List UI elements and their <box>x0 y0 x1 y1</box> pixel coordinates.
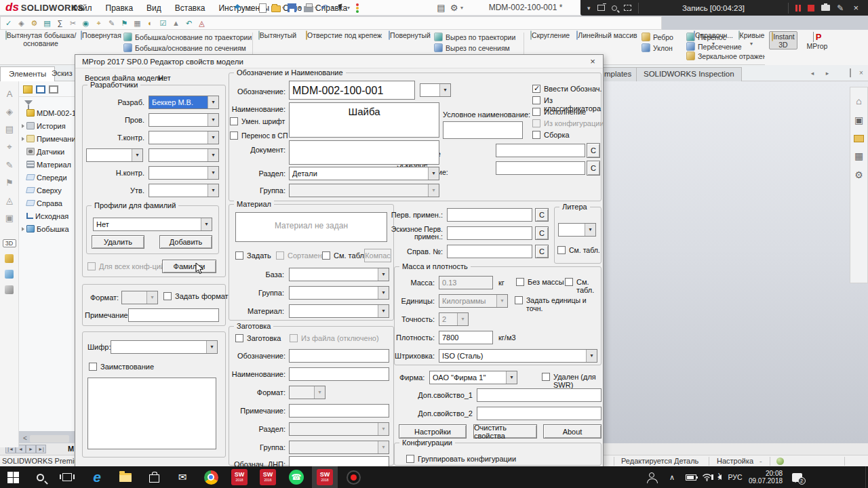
scroll-left-icon[interactable]: < <box>23 434 27 442</box>
sketch-name-input[interactable] <box>496 161 585 175</box>
toolstrip-icon[interactable]: ✂ <box>68 18 78 28</box>
menu-file[interactable]: Файл <box>65 3 99 13</box>
blank-section-select[interactable] <box>289 422 389 436</box>
sketch-designation-input[interactable] <box>496 144 585 157</box>
deleted-for-swr-checkbox[interactable]: Удален (для SWR) <box>542 373 603 389</box>
toolstrip-icon[interactable]: ↶ <box>184 18 194 28</box>
ribbon-draft[interactable]: Уклон <box>642 43 673 52</box>
tray-clock-button[interactable]: 20:08 09.07.2018 <box>745 466 787 488</box>
material-sphere-icon[interactable] <box>776 458 784 465</box>
splitter-handle[interactable] <box>30 435 69 443</box>
assortment-checkbox[interactable]: Сортамент <box>276 251 326 260</box>
ribbon-instant3d[interactable]: Instant 3D <box>769 31 797 49</box>
norm-control-select[interactable] <box>149 166 219 180</box>
name-input[interactable]: Шайба <box>289 102 439 138</box>
tray-people-button[interactable] <box>643 466 660 488</box>
tree-item-annotations[interactable]: Примечани <box>19 132 75 145</box>
ribbon-swept-cut[interactable]: Вырез по траектории <box>434 33 515 41</box>
open-icon[interactable] <box>270 3 281 14</box>
expand-arrow-icon[interactable] <box>20 123 26 129</box>
3d-markup-icon[interactable]: 3D <box>3 239 16 247</box>
material-group-select[interactable] <box>289 286 389 300</box>
document-input[interactable] <box>289 140 439 165</box>
toolstrip-icon[interactable]: ✎ <box>106 18 117 28</box>
execution-checkbox[interactable]: Исполнение <box>532 108 586 116</box>
annotation-tool-icon[interactable]: ◬ <box>0 195 19 205</box>
ribbon-extruded-cut[interactable]: Вытянутый <box>256 32 298 40</box>
print-caret-icon[interactable]: ▾ <box>315 5 317 11</box>
transfer-to-sp-checkbox[interactable]: Перенос в СП <box>230 131 288 140</box>
screen-recorder-button[interactable] <box>340 466 366 488</box>
recorder-region-icon[interactable] <box>624 5 631 11</box>
toolstrip-icon[interactable]: ▦ <box>132 18 142 28</box>
restore-window-icon[interactable] <box>845 69 856 78</box>
annotation-tool-icon[interactable]: ⌖ <box>0 142 19 152</box>
toolstrip-icon[interactable]: ▤ <box>42 18 52 28</box>
hatch-select[interactable]: ISO (Сталь) <box>439 349 597 363</box>
model-tab[interactable]: М <box>68 445 74 453</box>
tree-item-top-plane[interactable]: Сверху <box>19 184 75 197</box>
ribbon-linear-pattern[interactable]: Линейный массив <box>575 32 639 40</box>
group-configurations-checkbox[interactable]: Группировать конфигурации <box>406 455 516 463</box>
chrome-app-button[interactable] <box>198 466 224 488</box>
reference-number-c-button[interactable]: C <box>535 245 549 258</box>
ribbon-extruded-boss[interactable]: Вытянутая бобышка/основание <box>3 32 79 47</box>
all-configs-checkbox[interactable]: Для всех конф-ций <box>87 262 165 270</box>
store-app-button[interactable] <box>141 466 167 488</box>
tray-show-hidden-icons[interactable]: ∧ <box>665 466 679 488</box>
conditional-name-input[interactable] <box>443 121 523 139</box>
sigma-icon[interactable]: ∑ <box>55 18 65 28</box>
blank-note-input[interactable] <box>289 404 389 418</box>
enter-designation-checkbox[interactable]: Ввести Обознач. <box>532 85 602 93</box>
no-mass-checkbox[interactable]: Без массы <box>516 278 564 286</box>
toolstrip-icon[interactable]: ⌖ <box>94 18 104 28</box>
settings-button[interactable]: Настройки <box>399 424 467 439</box>
tree-filter-funnel-icon[interactable] <box>24 100 33 105</box>
material-select[interactable] <box>289 304 389 318</box>
annotation-tool-icon[interactable]: ◈ <box>0 106 19 117</box>
firm-select[interactable]: ОАО "Фирма 1" <box>429 371 517 384</box>
design-library-icon[interactable] <box>854 135 864 142</box>
tree-item-material[interactable]: Материал <box>19 158 75 171</box>
add-profile-button[interactable]: Добавить <box>159 235 212 249</box>
status-configuration[interactable]: Настройка <box>717 457 753 465</box>
close-window-icon[interactable]: × <box>856 69 867 78</box>
minimize-window-icon[interactable] <box>834 69 845 78</box>
borrowing-checkbox[interactable]: Заимствование <box>89 363 154 371</box>
set-format-checkbox[interactable]: Задать формат <box>163 292 229 300</box>
stop-recording-icon[interactable] <box>808 5 814 12</box>
material-base-select[interactable] <box>289 268 389 281</box>
file-explorer-button[interactable] <box>113 466 138 488</box>
borrowing-list[interactable] <box>87 378 216 449</box>
status-caret-icon[interactable]: - <box>760 457 762 465</box>
solidworks-2018-button[interactable]: SW2018 <box>226 466 252 488</box>
recorder-zoom-icon[interactable] <box>612 5 617 11</box>
density-input[interactable]: 7800 <box>439 331 493 344</box>
dialog-titlebar[interactable]: MProp 2017 SP0.0 Редактор свойств модели… <box>75 55 603 68</box>
dialog-close-icon[interactable]: × <box>587 56 599 67</box>
code-select[interactable] <box>111 340 218 354</box>
litera-select[interactable] <box>558 223 596 237</box>
recorder-window-icon[interactable] <box>597 5 605 11</box>
tray-language-button[interactable]: РУС <box>724 466 746 488</box>
mass-see-table-checkbox[interactable]: См. табл. <box>565 278 603 294</box>
toolstrip-icon[interactable]: ◈ <box>16 18 26 28</box>
solidworks-active-button[interactable]: SW2018 <box>312 466 338 488</box>
task-view-button[interactable] <box>54 466 80 488</box>
tree-item-boss-extrude[interactable]: Бобышка <box>19 222 75 235</box>
annotate-pencil-icon[interactable]: ✎ <box>837 3 844 13</box>
annotation-tool-icon[interactable]: ▤ <box>0 124 19 134</box>
from-configuration-checkbox[interactable]: Из конфигурации <box>532 119 604 127</box>
first-application-c-button[interactable]: C <box>535 208 549 222</box>
group-select[interactable] <box>289 184 439 197</box>
next-tab-icon[interactable]: ► <box>26 445 36 453</box>
ribbon-fillet[interactable]: Скругление <box>528 32 572 40</box>
tab-solidworks-inspection[interactable]: SOLIDWORKS Inspection <box>636 67 742 81</box>
blank-checkbox[interactable]: Заготовка <box>235 334 281 342</box>
show-desktop-button[interactable] <box>865 466 868 488</box>
extra-property-1-input[interactable] <box>477 388 601 402</box>
toolstrip-icon[interactable]: ◬ <box>197 18 207 28</box>
about-button[interactable]: About <box>543 424 601 439</box>
tree-item-history[interactable]: История <box>19 119 75 132</box>
screenshot-camera-icon[interactable] <box>821 5 830 11</box>
